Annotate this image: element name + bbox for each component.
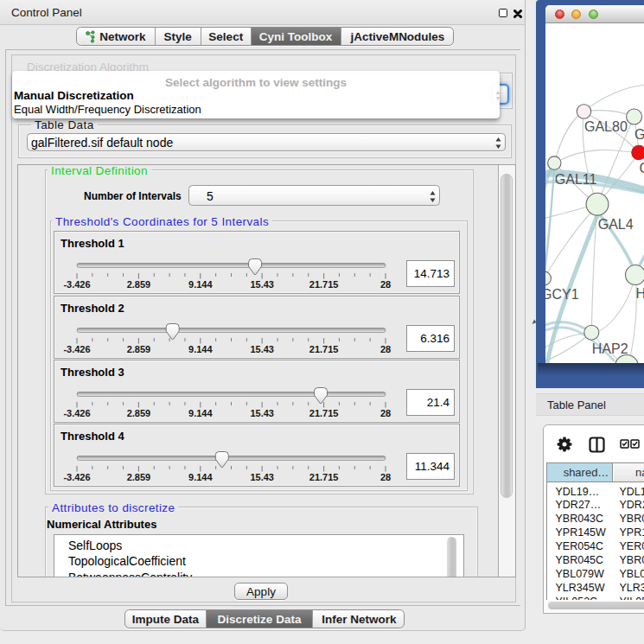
svg-text:2.859: 2.859 bbox=[127, 344, 151, 354]
svg-text:15.43: 15.43 bbox=[250, 279, 274, 290]
svg-text:CDC2: CDC2 bbox=[640, 161, 644, 175]
svg-text:9.144: 9.144 bbox=[188, 344, 213, 354]
svg-text:9.144: 9.144 bbox=[188, 472, 213, 482]
svg-text:9.144: 9.144 bbox=[188, 279, 213, 290]
svg-text:28: 28 bbox=[380, 472, 391, 482]
svg-text:15.43: 15.43 bbox=[250, 408, 274, 418]
svg-text:-3.426: -3.426 bbox=[63, 279, 90, 290]
svg-text:21.715: 21.715 bbox=[309, 408, 339, 418]
svg-text:28: 28 bbox=[380, 279, 391, 290]
svg-text:-3.426: -3.426 bbox=[63, 472, 90, 482]
svg-text:21.715: 21.715 bbox=[309, 344, 339, 354]
svg-text:15.43: 15.43 bbox=[250, 344, 274, 354]
svg-text:Threshold 2: Threshold 2 bbox=[61, 302, 124, 315]
svg-text:21.715: 21.715 bbox=[309, 279, 339, 290]
svg-text:Threshold 3: Threshold 3 bbox=[61, 366, 124, 379]
svg-text:21.715: 21.715 bbox=[309, 472, 339, 482]
svg-text:2.859: 2.859 bbox=[127, 408, 151, 418]
svg-text:GAL80: GAL80 bbox=[584, 119, 628, 134]
svg-text:2.859: 2.859 bbox=[127, 279, 151, 290]
svg-text:2.859: 2.859 bbox=[127, 472, 151, 482]
svg-text:GCY1: GCY1 bbox=[545, 287, 579, 302]
svg-text:HIS4: HIS4 bbox=[636, 286, 644, 301]
svg-text:GAL11: GAL11 bbox=[555, 172, 597, 187]
svg-text:GAL3: GAL3 bbox=[634, 127, 644, 142]
svg-text:GAL4: GAL4 bbox=[598, 217, 634, 232]
svg-text:9.144: 9.144 bbox=[188, 408, 213, 418]
svg-text:Threshold 4: Threshold 4 bbox=[61, 430, 124, 443]
svg-text:28: 28 bbox=[380, 344, 391, 354]
svg-text:-3.426: -3.426 bbox=[63, 408, 90, 418]
svg-text:Threshold 1: Threshold 1 bbox=[61, 237, 124, 250]
svg-text:HAP2: HAP2 bbox=[592, 341, 628, 356]
svg-text:28: 28 bbox=[380, 408, 391, 418]
svg-text:-3.426: -3.426 bbox=[63, 344, 90, 354]
svg-text:15.43: 15.43 bbox=[250, 472, 274, 482]
